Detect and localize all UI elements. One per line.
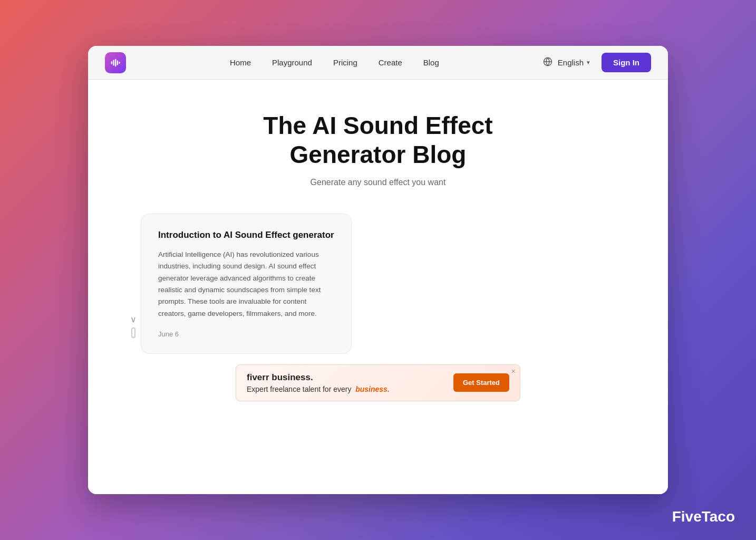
nav-home[interactable]: Home <box>230 58 251 67</box>
logo-icon <box>105 52 126 73</box>
chevron-down-icon: ▾ <box>587 59 590 66</box>
navbar: Home Playground Pricing Create Blog Engl… <box>88 46 668 80</box>
svg-rect-0 <box>111 61 112 64</box>
chevron-down-scroll-icon: ∨ <box>130 314 137 324</box>
nav-pricing[interactable]: Pricing <box>333 58 357 67</box>
ad-tagline: Expert freelance talent for every busine… <box>247 385 390 393</box>
logo-wrapper[interactable] <box>105 52 126 73</box>
svg-rect-2 <box>115 59 116 66</box>
blog-card-container: ∨ Introduction to AI Sound Effect genera… <box>141 214 615 353</box>
nav-links: Home Playground Pricing Create Blog <box>126 58 543 67</box>
hero-subtitle: Generate any sound effect you want <box>311 178 446 187</box>
svg-rect-4 <box>119 62 120 64</box>
fiverr-logo: fiverr business. <box>247 372 390 383</box>
scroll-dot <box>131 327 135 338</box>
get-started-button[interactable]: Get Started <box>453 373 509 392</box>
ad-content: fiverr business. Expert freelance talent… <box>247 372 390 393</box>
ad-close-button[interactable]: ✕ <box>511 368 516 375</box>
soundwave-icon <box>110 57 121 69</box>
blog-card[interactable]: Introduction to AI Sound Effect generato… <box>141 214 352 353</box>
ad-tagline-italic: business. <box>355 385 390 393</box>
nav-create[interactable]: Create <box>379 58 402 67</box>
fivetaco-watermark: FiveTaco <box>672 508 735 525</box>
sign-in-button[interactable]: Sign In <box>602 53 651 72</box>
globe-icon <box>543 57 553 69</box>
scroll-indicator: ∨ <box>130 314 137 338</box>
ad-banner: ✕ fiverr business. Expert freelance tale… <box>236 364 520 401</box>
nav-blog[interactable]: Blog <box>423 58 439 67</box>
main-content: The AI Sound Effect Generator Blog Gener… <box>88 80 668 494</box>
browser-window: Home Playground Pricing Create Blog Engl… <box>88 46 668 494</box>
language-label: English <box>558 58 584 67</box>
card-date: June 6 <box>158 330 179 338</box>
ad-tagline-static: Expert freelance talent for every <box>247 385 351 393</box>
hero-title: The AI Sound Effect Generator Blog <box>220 111 536 169</box>
language-selector[interactable]: English ▾ <box>558 58 590 67</box>
card-title: Introduction to AI Sound Effect generato… <box>158 229 334 242</box>
svg-rect-3 <box>117 60 118 65</box>
svg-rect-1 <box>113 60 114 65</box>
nav-right: English ▾ Sign In <box>543 53 651 72</box>
nav-playground[interactable]: Playground <box>272 58 312 67</box>
card-body: Artificial Intelligence (AI) has revolut… <box>158 249 334 320</box>
